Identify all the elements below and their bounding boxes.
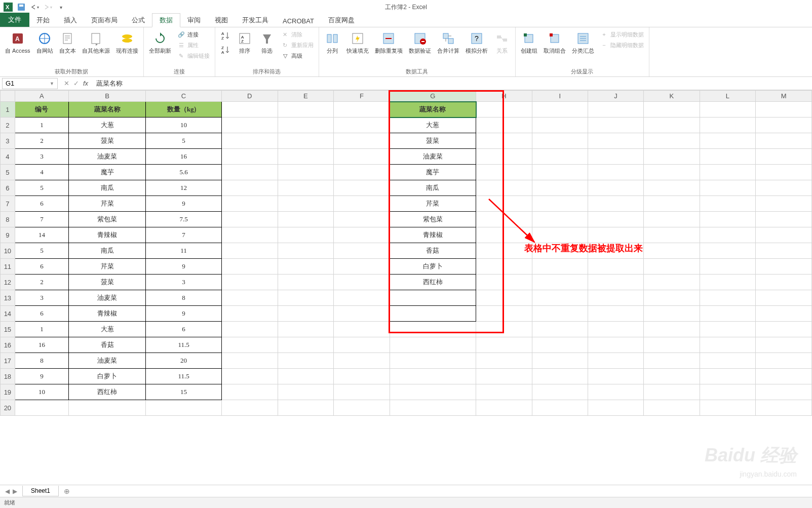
- cell-A1[interactable]: 编号: [15, 102, 68, 118]
- cell-empty[interactable]: [588, 212, 643, 227]
- cell-B17[interactable]: 油麦菜: [69, 353, 146, 369]
- cell-C2[interactable]: 10: [146, 118, 222, 133]
- row-header-15[interactable]: 15: [1, 322, 15, 337]
- cell-G4[interactable]: 油麦菜: [390, 149, 476, 165]
- cell-empty[interactable]: [476, 212, 532, 227]
- col-header-J[interactable]: J: [588, 91, 643, 102]
- fx-icon[interactable]: fx: [83, 80, 88, 87]
- cell-empty[interactable]: [644, 353, 700, 369]
- cell-empty[interactable]: [146, 400, 222, 416]
- cell-empty[interactable]: [644, 322, 700, 337]
- cell-empty[interactable]: [476, 322, 532, 337]
- cell-empty[interactable]: [334, 118, 390, 133]
- cell-empty[interactable]: [69, 400, 146, 416]
- refresh-all-button[interactable]: 全部刷新: [147, 29, 173, 55]
- cell-empty[interactable]: [532, 102, 588, 118]
- cell-empty[interactable]: [221, 337, 278, 353]
- sheet-tab[interactable]: Sheet1: [22, 486, 59, 496]
- connections-button[interactable]: 🔗连接: [175, 29, 212, 40]
- tab-dev[interactable]: 开发工具: [235, 14, 276, 27]
- from-text-button[interactable]: 自文本: [57, 29, 78, 55]
- cell-empty[interactable]: [278, 322, 334, 337]
- cell-empty[interactable]: [278, 400, 334, 416]
- col-header-E[interactable]: E: [278, 91, 334, 102]
- relationships-button[interactable]: 关系: [492, 29, 512, 55]
- tab-data[interactable]: 数据: [152, 13, 180, 27]
- cell-A18[interactable]: 9: [15, 369, 68, 384]
- text-to-columns-button[interactable]: 分列: [322, 29, 342, 55]
- col-header-F[interactable]: F: [334, 91, 390, 102]
- cell-G6[interactable]: 南瓜: [390, 180, 476, 196]
- cell-empty[interactable]: [700, 259, 755, 275]
- row-header-3[interactable]: 3: [1, 133, 15, 149]
- cell-B5[interactable]: 魔芋: [69, 165, 146, 180]
- row-header-20[interactable]: 20: [1, 400, 15, 416]
- advanced-button[interactable]: ▽高级: [279, 51, 316, 61]
- cell-empty[interactable]: [278, 306, 334, 322]
- cell-empty[interactable]: [700, 196, 755, 212]
- cell-empty[interactable]: [476, 227, 532, 243]
- cell-B14[interactable]: 青辣椒: [69, 306, 146, 322]
- cell-empty[interactable]: [221, 118, 278, 133]
- cell-empty[interactable]: [588, 275, 643, 290]
- cell-empty[interactable]: [532, 180, 588, 196]
- cell-G5[interactable]: 魔芋: [390, 165, 476, 180]
- cell-empty[interactable]: [588, 133, 643, 149]
- cell-empty[interactable]: [644, 290, 700, 306]
- cell-empty[interactable]: [588, 196, 643, 212]
- cell-empty[interactable]: [532, 212, 588, 227]
- cell-empty[interactable]: [588, 322, 643, 337]
- name-box[interactable]: G1▼: [2, 78, 58, 89]
- tab-layout[interactable]: 页面布局: [84, 14, 125, 27]
- row-header-9[interactable]: 9: [1, 227, 15, 243]
- cell-empty[interactable]: [756, 196, 812, 212]
- cell-empty[interactable]: [644, 102, 700, 118]
- cell-empty[interactable]: [334, 196, 390, 212]
- cell-empty[interactable]: [221, 196, 278, 212]
- cell-empty[interactable]: [390, 353, 476, 369]
- cell-empty[interactable]: [700, 102, 755, 118]
- from-access-button[interactable]: A自 Access: [3, 29, 32, 55]
- formula-input[interactable]: 蔬菜名称: [92, 79, 812, 88]
- cell-empty[interactable]: [532, 118, 588, 133]
- cell-empty[interactable]: [221, 353, 278, 369]
- tab-review[interactable]: 审阅: [180, 14, 208, 27]
- cell-empty[interactable]: [278, 384, 334, 400]
- cell-empty[interactable]: [532, 400, 588, 416]
- cell-empty[interactable]: [644, 337, 700, 353]
- cell-empty[interactable]: [278, 275, 334, 290]
- cell-empty[interactable]: [756, 290, 812, 306]
- cell-C3[interactable]: 5: [146, 133, 222, 149]
- cell-empty[interactable]: [700, 400, 755, 416]
- cell-empty[interactable]: [278, 149, 334, 165]
- cell-empty[interactable]: [532, 290, 588, 306]
- cell-B11[interactable]: 芹菜: [69, 259, 146, 275]
- cell-C14[interactable]: 9: [146, 306, 222, 322]
- cell-empty[interactable]: [532, 227, 588, 243]
- cell-empty[interactable]: [278, 212, 334, 227]
- remove-duplicates-button[interactable]: 删除重复项: [373, 29, 405, 55]
- cell-C16[interactable]: 11.5: [146, 337, 222, 353]
- cell-empty[interactable]: [644, 227, 700, 243]
- cell-empty[interactable]: [476, 337, 532, 353]
- row-header-5[interactable]: 5: [1, 165, 15, 180]
- cell-empty[interactable]: [334, 212, 390, 227]
- cell-empty[interactable]: [278, 133, 334, 149]
- cell-C5[interactable]: 5.6: [146, 165, 222, 180]
- flash-fill-button[interactable]: 快速填充: [344, 29, 371, 55]
- undo-icon[interactable]: ▾: [28, 2, 41, 13]
- cell-C12[interactable]: 3: [146, 275, 222, 290]
- cell-C11[interactable]: 9: [146, 259, 222, 275]
- cell-empty[interactable]: [221, 180, 278, 196]
- cell-empty[interactable]: [221, 400, 278, 416]
- cell-empty[interactable]: [476, 353, 532, 369]
- cell-empty[interactable]: [334, 227, 390, 243]
- cell-B8[interactable]: 紫包菜: [69, 212, 146, 227]
- cell-empty[interactable]: [278, 259, 334, 275]
- select-all-corner[interactable]: [1, 91, 15, 102]
- cell-empty[interactable]: [221, 149, 278, 165]
- cell-empty[interactable]: [756, 133, 812, 149]
- edit-links-button[interactable]: ✎编辑链接: [175, 51, 212, 61]
- cell-empty[interactable]: [334, 180, 390, 196]
- row-header-4[interactable]: 4: [1, 149, 15, 165]
